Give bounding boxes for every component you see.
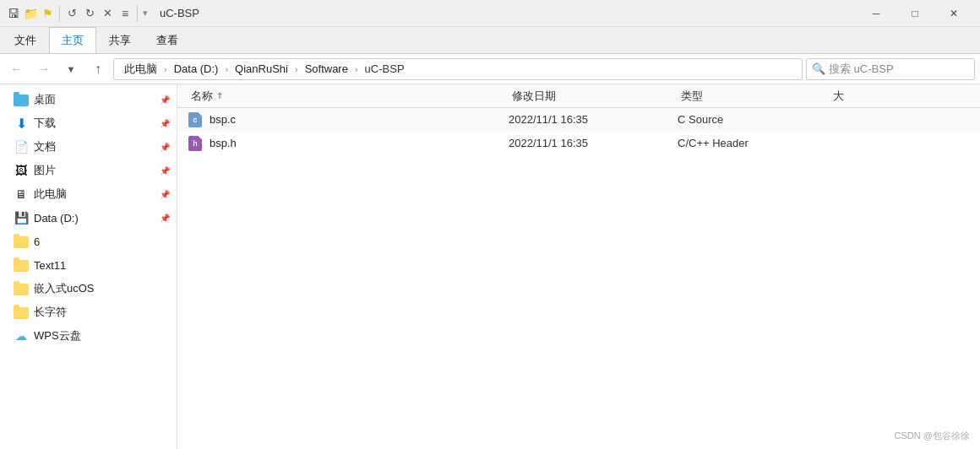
sidebar-item-embedded[interactable]: 嵌入式ucOS [0,277,177,300]
tab-home[interactable]: 主页 [49,27,96,53]
file-date-bsph: 2022/11/1 16:35 [509,137,678,149]
redo-button[interactable]: ↻ [83,5,97,21]
save-icon[interactable]: 🖫 [7,7,20,20]
file-row-bsph[interactable]: h bsp.h 2022/11/1 16:35 C/C++ Header [177,132,980,155]
separator2 [137,5,138,22]
col-header-date[interactable]: 修改日期 [509,89,678,104]
drive-icon: 💾 [14,210,29,225]
sort-arrow: ⇑ [216,91,223,100]
sidebar-item-folder6[interactable]: 6 [0,230,177,253]
documents-icon: 📄 [14,139,29,154]
address-row: ← → ▼ ↑ 此电脑 › Data (D:) › QianRuShi › So… [0,54,980,84]
properties-button[interactable]: ≡ [118,7,132,20]
sidebar-item-desktop[interactable]: 桌面 📌 [0,88,177,111]
window-controls: ─ □ ✕ [857,0,973,27]
delete-button[interactable]: ✕ [101,5,115,21]
pin-icon-thispc: 📌 [160,190,170,199]
sidebar: 桌面 📌 ⬇ 下载 📌 📄 文档 📌 🖼 图片 📌 🖥 此电脑 📌 [0,84,177,449]
dropdown-nav-button[interactable]: ▼ [59,57,83,81]
watermark: CSDN @包谷徐徐 [895,430,970,442]
search-placeholder: 搜索 uC-BSP [829,62,894,77]
col-header-name[interactable]: 名称 ⇑ [188,89,509,104]
window-title: uC-BSP [160,7,199,19]
filename-bspc: bsp.c [210,113,236,126]
address-bar[interactable]: 此电脑 › Data (D:) › QianRuShi › Software ›… [113,58,803,80]
pin-icon-desktop: 📌 [160,95,170,105]
forward-button[interactable]: → [32,57,56,81]
sep3: › [295,64,298,74]
file-name-bspc: c bsp.c [188,112,509,127]
sidebar-label-embedded: 嵌入式ucOS [34,281,95,296]
pc-icon: 🖥 [14,187,29,202]
sidebar-item-thispc[interactable]: 🖥 此电脑 📌 [0,182,177,206]
sidebar-label-folder6: 6 [34,235,40,248]
col-header-type[interactable]: 类型 [678,89,830,104]
sidebar-item-longchar[interactable]: 长字符 [0,300,177,324]
file-type-bspc: C Source [678,113,830,126]
tab-share[interactable]: 共享 [96,27,144,53]
sep2: › [225,64,228,74]
folder-icon[interactable]: 📁 [24,7,37,20]
search-box[interactable]: 🔍 搜索 uC-BSP [806,58,975,80]
tab-file[interactable]: 文件 [2,27,49,53]
sidebar-item-datad[interactable]: 💾 Data (D:) 📌 [0,206,177,230]
ribbon-tabs: 文件 主页 共享 查看 [0,27,980,53]
sidebar-label-text11: Text11 [34,259,66,272]
star-icon[interactable]: ⚑ [41,7,54,20]
pictures-icon: 🖼 [14,163,29,178]
pin-icon-downloads: 📌 [160,119,170,128]
sidebar-label-downloads: 下载 [34,116,56,131]
text11-icon [14,257,29,273]
file-row-bspc[interactable]: c bsp.c 2022/11/1 16:35 C Source [177,108,980,132]
sidebar-item-downloads[interactable]: ⬇ 下载 📌 [0,111,177,135]
sidebar-item-wps[interactable]: ☁ WPS云盘 [0,324,177,348]
customize-label: ▾ [143,8,148,19]
longchar-icon [14,305,29,320]
main-container: 桌面 📌 ⬇ 下载 📌 📄 文档 📌 🖼 图片 📌 🖥 此电脑 📌 [0,84,980,449]
tab-view[interactable]: 查看 [144,27,191,53]
breadcrumb-ucbsp[interactable]: uC-BSP [362,61,408,77]
sidebar-label-documents: 文档 [34,139,56,154]
maximize-button[interactable]: □ [896,0,934,27]
breadcrumb-software[interactable]: Software [302,61,351,77]
filename-bsph: bsp.h [210,137,237,149]
sidebar-label-longchar: 长字符 [34,305,67,320]
sep1: › [164,64,167,74]
sidebar-item-documents[interactable]: 📄 文档 📌 [0,135,177,159]
wps-icon: ☁ [14,328,29,344]
separator [59,5,60,22]
sidebar-label-wps: WPS云盘 [34,328,81,344]
close-button[interactable]: ✕ [934,0,973,27]
title-bar: 🖫 📁 ⚑ ↺ ↻ ✕ ≡ ▾ uC-BSP ─ □ ✕ [0,0,980,27]
pin-icon-datad: 📌 [160,214,170,223]
back-button[interactable]: ← [5,57,29,81]
ribbon: 文件 主页 共享 查看 [0,27,980,54]
file-list: 名称 ⇑ 修改日期 类型 大 c bsp.c 2022/11/1 16:35 C [177,84,980,449]
col-header-size[interactable]: 大 [830,89,914,104]
pin-icon-documents: 📌 [160,143,170,152]
breadcrumb-datad[interactable]: Data (D:) [171,61,222,77]
file-name-bsph: h bsp.h [188,136,509,151]
folder6-icon [14,234,29,249]
h-file-icon: h [188,136,203,151]
sidebar-label-desktop: 桌面 [34,92,56,107]
sidebar-item-pictures[interactable]: 🖼 图片 📌 [0,159,177,182]
breadcrumb-thispc[interactable]: 此电脑 [121,60,161,78]
sep4: › [355,64,358,74]
search-icon: 🔍 [812,62,825,75]
sidebar-label-thispc: 此电脑 [34,187,67,202]
file-list-header: 名称 ⇑ 修改日期 类型 大 [177,84,980,108]
sidebar-label-pictures: 图片 [34,163,56,178]
breadcrumb-qianrushi[interactable]: QianRuShi [231,61,291,77]
sidebar-item-text11[interactable]: Text11 [0,253,177,277]
undo-button[interactable]: ↺ [65,5,79,21]
file-date-bspc: 2022/11/1 16:35 [509,113,678,126]
pin-icon-pictures: 📌 [160,166,170,176]
download-icon: ⬇ [14,116,29,131]
up-button[interactable]: ↑ [86,57,110,81]
sidebar-label-datad: Data (D:) [34,212,79,224]
file-type-bsph: C/C++ Header [678,137,830,149]
embedded-icon [14,281,29,296]
title-bar-icons: 🖫 📁 ⚑ ↺ ↻ ✕ ≡ ▾ [7,5,148,22]
minimize-button[interactable]: ─ [857,0,896,27]
